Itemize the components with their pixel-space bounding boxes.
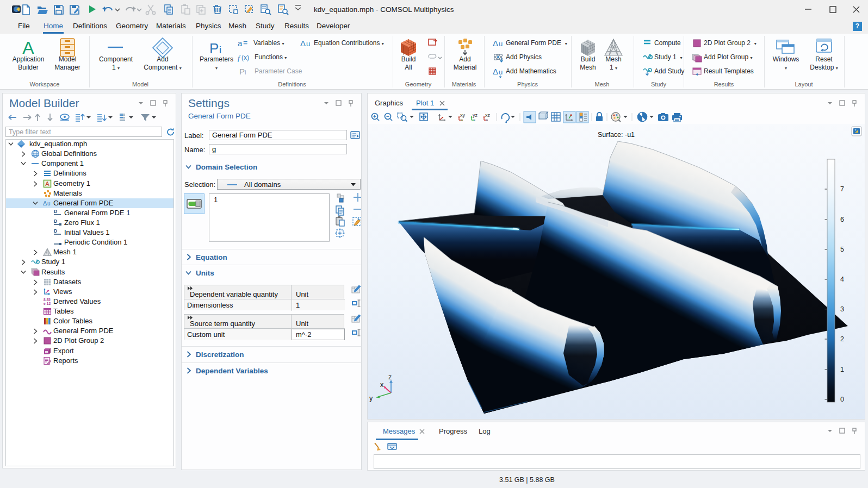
svg-text:3: 3 bbox=[840, 305, 844, 313]
svg-text:Δ: Δ bbox=[493, 39, 498, 48]
svg-text:Δ: Δ bbox=[43, 200, 47, 207]
svg-text:P: P bbox=[239, 67, 245, 76]
svg-text:yz: yz bbox=[473, 112, 478, 118]
svg-text:xy: xy bbox=[460, 112, 466, 118]
svg-text:D: D bbox=[54, 218, 57, 224]
svg-text:A: A bbox=[22, 38, 34, 58]
svg-text:i: i bbox=[219, 44, 221, 55]
svg-text:=: = bbox=[243, 39, 247, 47]
svg-text:1: 1 bbox=[840, 366, 844, 373]
svg-text:u: u bbox=[47, 201, 51, 207]
svg-text:4: 4 bbox=[840, 276, 844, 283]
svg-text:Surface: -u1: Surface: -u1 bbox=[598, 131, 635, 139]
svg-text:D: D bbox=[54, 209, 57, 214]
svg-text:(x): (x) bbox=[241, 54, 249, 61]
svg-text:u: u bbox=[306, 40, 310, 48]
svg-text:2: 2 bbox=[840, 335, 844, 343]
svg-text:6: 6 bbox=[840, 216, 844, 223]
svg-text:P: P bbox=[209, 40, 219, 57]
svg-text:5: 5 bbox=[840, 246, 844, 253]
svg-text:x: x bbox=[380, 381, 384, 389]
svg-text:z: z bbox=[388, 373, 392, 381]
svg-text:e-12: e-12 bbox=[44, 302, 51, 305]
svg-text:i: i bbox=[245, 69, 246, 76]
svg-text:u: u bbox=[499, 40, 503, 48]
svg-text:0: 0 bbox=[840, 396, 844, 403]
svg-text:u: u bbox=[499, 68, 503, 76]
svg-text:7: 7 bbox=[840, 185, 844, 193]
svg-text:Δ: Δ bbox=[493, 67, 498, 76]
svg-text:D: D bbox=[54, 228, 57, 234]
svg-text:8.85: 8.85 bbox=[44, 298, 51, 302]
svg-text:y: y bbox=[369, 395, 373, 402]
svg-text:A: A bbox=[45, 180, 49, 187]
svg-text:Δ: Δ bbox=[300, 39, 306, 48]
svg-text:a: a bbox=[238, 39, 243, 48]
svg-text:xz: xz bbox=[485, 112, 491, 118]
